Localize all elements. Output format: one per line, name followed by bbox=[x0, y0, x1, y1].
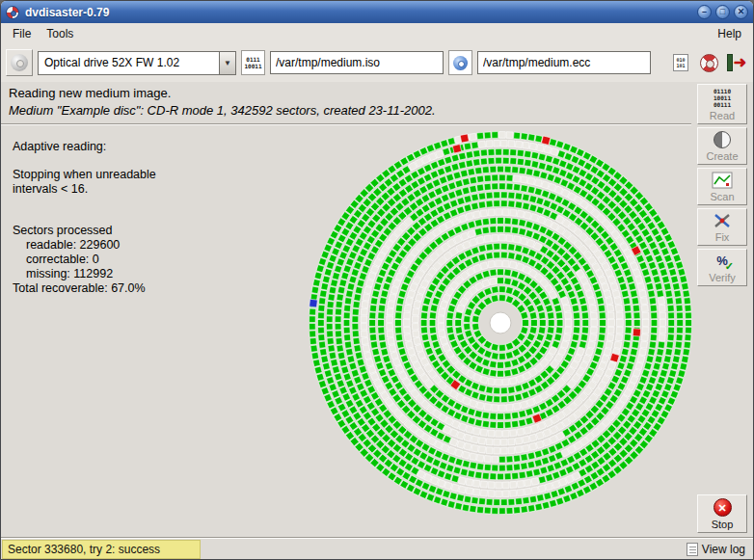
status-area: Reading new medium image. Medium "Exampl… bbox=[1, 82, 691, 123]
minimize-button[interactable]: – bbox=[697, 5, 712, 19]
action-sidebar: 01110 10011 00111 Read Create Scan bbox=[694, 84, 750, 533]
create-button[interactable]: Create bbox=[697, 127, 747, 165]
help-button[interactable] bbox=[697, 51, 720, 74]
ecc-path-input[interactable] bbox=[477, 51, 651, 74]
sector-spiral bbox=[286, 124, 711, 533]
preferences-button[interactable]: 010 101 bbox=[669, 51, 692, 74]
drive-combobox-value: Optical drive 52X FW 1.02 bbox=[39, 56, 219, 69]
fix-button-label: Fix bbox=[715, 231, 730, 243]
chevron-down-icon[interactable]: ▼ bbox=[219, 52, 235, 74]
missing-count: missing: 112992 bbox=[26, 267, 283, 281]
stop-button-label: Stop bbox=[712, 519, 734, 530]
statusbar: Sector 333680, try 2: success View log bbox=[1, 538, 753, 559]
read-icon-line2: 10011 bbox=[714, 94, 731, 101]
check-glyph: ✓ bbox=[725, 261, 734, 272]
log-file-icon bbox=[687, 543, 698, 556]
stop-button[interactable]: ✕ Stop bbox=[697, 494, 747, 533]
titlebar[interactable]: dvdisaster-0.79 – □ ✕ bbox=[1, 1, 753, 23]
ecc-disc-icon bbox=[453, 56, 468, 70]
cd-drive-icon bbox=[11, 54, 28, 71]
lifesaver-help-icon bbox=[700, 54, 718, 72]
status-line2: Medium "Example disc": CD-R mode 1, 3425… bbox=[9, 103, 684, 118]
iso-icon-line2: 10011 bbox=[244, 63, 261, 69]
drive-select-button[interactable] bbox=[6, 49, 33, 76]
quit-button[interactable]: ➜ bbox=[725, 51, 748, 74]
create-button-label: Create bbox=[706, 150, 738, 162]
quit-arrow-icon: ➜ bbox=[734, 55, 746, 70]
verify-percent-icon: % ✓ bbox=[713, 253, 732, 270]
window-title: dvdisaster-0.79 bbox=[25, 6, 693, 19]
prefs-icon-line2: 101 bbox=[676, 63, 685, 68]
read-binary-icon: 01110 10011 00111 bbox=[714, 88, 731, 108]
status-line1: Reading new medium image. bbox=[9, 86, 684, 100]
yin-yang-icon bbox=[714, 131, 731, 148]
reading-info-panel: Adaptive reading: Stopping when unreadab… bbox=[13, 140, 283, 296]
read-button-label: Read bbox=[710, 110, 735, 121]
scan-chart-icon bbox=[712, 172, 733, 189]
scan-button[interactable]: Scan bbox=[697, 168, 747, 205]
stopping-line2: intervals < 16. bbox=[13, 182, 283, 197]
total-recoverable: Total recoverable: 67.0% bbox=[13, 281, 283, 296]
sectors-processed-title: Sectors processed bbox=[13, 224, 283, 238]
close-button[interactable]: ✕ bbox=[734, 5, 748, 19]
stop-icon: ✕ bbox=[714, 498, 732, 517]
scan-button-label: Scan bbox=[710, 191, 734, 202]
stopping-line1: Stopping when unreadable bbox=[13, 168, 283, 182]
verify-button[interactable]: % ✓ Verify bbox=[697, 249, 747, 286]
view-log-button[interactable]: View log bbox=[687, 540, 745, 559]
ecc-file-icon bbox=[448, 50, 472, 75]
sector-status-message: Sector 333680, try 2: success bbox=[2, 540, 201, 559]
read-button[interactable]: 01110 10011 00111 Read bbox=[697, 84, 747, 124]
menu-help[interactable]: Help bbox=[710, 25, 749, 42]
drive-combobox[interactable]: Optical drive 52X FW 1.02 ▼ bbox=[38, 51, 236, 75]
quit-door-icon bbox=[727, 54, 733, 71]
readable-count: readable: 229600 bbox=[26, 238, 283, 253]
read-icon-line3: 00111 bbox=[714, 101, 731, 108]
iso-icon-line1: 0111 bbox=[246, 56, 259, 63]
read-icon-line1: 01110 bbox=[714, 88, 731, 94]
maximize-button[interactable]: □ bbox=[715, 5, 730, 19]
app-icon bbox=[6, 6, 19, 19]
preferences-icon: 010 101 bbox=[673, 54, 688, 71]
toolbar: Optical drive 52X FW 1.02 ▼ 0111 10011 0… bbox=[1, 43, 753, 82]
menu-tools[interactable]: Tools bbox=[39, 25, 81, 42]
crossed-tools-icon bbox=[712, 212, 733, 229]
correctable-count: correctable: 0 bbox=[26, 253, 283, 267]
app-window: dvdisaster-0.79 – □ ✕ File Tools Help Op… bbox=[0, 0, 754, 560]
verify-button-label: Verify bbox=[709, 272, 736, 283]
menubar: File Tools Help bbox=[1, 23, 753, 43]
view-log-label: View log bbox=[702, 543, 745, 556]
adaptive-reading-title: Adaptive reading: bbox=[13, 140, 283, 154]
menu-file[interactable]: File bbox=[5, 25, 39, 42]
iso-image-icon: 0111 10011 bbox=[241, 50, 265, 75]
fix-button[interactable]: Fix bbox=[697, 208, 747, 246]
iso-path-input[interactable] bbox=[270, 51, 444, 74]
